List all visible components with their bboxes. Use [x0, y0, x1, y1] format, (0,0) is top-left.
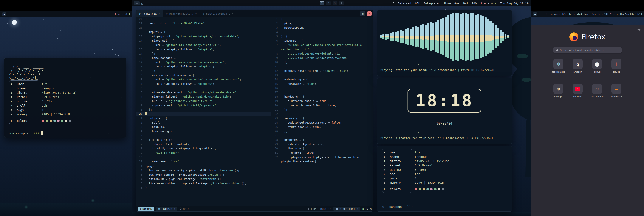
cava-window[interactable]: ======================> Playing: ffee fo… [377, 10, 512, 76]
firefox-window[interactable]: ○ New Tab + ∨ – □ × ← → ↻ [531, 12, 640, 122]
code-line: 10 }; [136, 69, 271, 73]
fetch-value: canopus [35, 87, 54, 90]
terminal-cursor [41, 131, 43, 135]
tab-close-icon[interactable]: × [195, 12, 197, 15]
fastfetch-window[interactable]: ◉usertux⌂hnamecanopus✻distroNixOS 24.11 … [377, 146, 512, 212]
star [83, 33, 83, 34]
layout-icon[interactable]: ◧ [142, 2, 143, 5]
system-tray: ♥◆≈◁▮ [115, 13, 130, 16]
code-line: 17 nixos-wsl = { [136, 39, 271, 43]
memory-icon: ▦ [9, 113, 15, 116]
editor-tab-pkgs/default...[interactable]: ✻pkgs/default...× [163, 10, 200, 17]
editor-pane-flake[interactable]: 22{21 description = "tux's NixOS Flake";… [136, 17, 271, 164]
shortcut-claude[interactable]: ✳claude [607, 59, 626, 73]
line-number: 4 [136, 95, 145, 99]
media-icon[interactable]: ◆ [484, 2, 486, 5]
media-icon[interactable]: ◆ [614, 13, 614, 15]
shell-prompt[interactable]: ⌂ → canopus ~ ))) [9, 131, 43, 135]
newtab-search-bar[interactable] [553, 47, 622, 53]
battery-module[interactable]: Bat: 100 [598, 13, 608, 15]
code-text: nixpkgs.hostPlatform = "x86_64-linux"; [281, 69, 348, 73]
terminal-window[interactable]: __ / /_ ___ ______ / __/ / / / / |/_// /… [4, 58, 126, 138]
line-number: 9 [136, 151, 145, 155]
code-line: 32 plugins = with pkgs.xfce; [thunar-arc… [272, 155, 373, 159]
shell-prompt[interactable]: ⌂ → canopus ~ ))) [382, 205, 417, 208]
volume-icon[interactable]: ◁ [491, 2, 492, 5]
gpu-module[interactable]: GPU: Integrated [415, 2, 440, 5]
editor-pane-pkgs[interactable]: 1{pkgs, ...}: {2 tux-awesome-wm-config =… [136, 164, 271, 191]
battery-icon[interactable]: ▮ [129, 13, 130, 16]
palette-dot [61, 120, 64, 122]
code-text: firefox-mod-blur = pkgs.callPackage ./fi… [145, 181, 246, 186]
star [130, 18, 131, 18]
code-line: 23 security = { [272, 116, 373, 120]
clock-module[interactable]: Thu Aug 08, 18:18 [500, 2, 529, 5]
battery-icon[interactable]: ▮ [494, 2, 496, 5]
fetch-row-uptime: ◴uptime4h 23m [9, 99, 77, 103]
power-profile-module[interactable]: P: Balanced [546, 13, 560, 15]
star [94, 53, 94, 54]
shortcut-cloudflare[interactable]: ☁cloudflare [607, 84, 626, 98]
network-icon[interactable]: ≈ [488, 2, 489, 5]
workspace-3[interactable]: 3 [332, 1, 337, 5]
fetch-row-shell: ›shellzsh [382, 172, 451, 176]
network-icon[interactable]: ≈ [122, 13, 123, 16]
buffer-pick-button[interactable]: ◧ [360, 12, 366, 16]
workspace-2[interactable]: 2 [326, 1, 331, 5]
newtab-search-input[interactable] [560, 49, 619, 52]
clock-window[interactable]: 18:18 08/08/24 ======================> P… [377, 78, 512, 144]
shortcut-search.nixos[interactable]: ✻search.nixos [549, 59, 568, 73]
heart-icon[interactable]: ♥ [610, 13, 611, 15]
workspace-1[interactable]: 1 [320, 1, 324, 5]
menu-icon[interactable]: ≡ [2, 12, 6, 16]
heart-icon[interactable]: ♥ [481, 2, 482, 5]
visualizer-bar [477, 14, 479, 60]
star [62, 55, 62, 56]
heart-icon[interactable]: ♥ [115, 13, 116, 16]
shortcut-chatgpt[interactable]: ⊛chatgpt [549, 84, 568, 98]
workspace-4[interactable]: 4 [339, 1, 344, 5]
visualizer-bar [460, 14, 462, 59]
claude-icon: ✳ [612, 59, 622, 69]
code-line: 13 [272, 73, 373, 77]
monitor-right: ≡ P: Balanced GPU: Integrated Home: 6ms … [531, 12, 644, 216]
line-number: 11 [272, 65, 281, 69]
power-profile-module[interactable]: P: Balanced [392, 2, 411, 5]
close-buffer-button[interactable]: × [367, 12, 372, 16]
editor-tab-flake.nix[interactable]: ✻flake.nix× [136, 10, 163, 17]
editor-pane-iso[interactable]: 1{2 pkgs,3 modulesPath,4 ...5}: {6 impor… [272, 17, 373, 164]
code-text: }: { [281, 34, 288, 39]
battery-module[interactable]: Bat: 100 [463, 2, 477, 5]
menu-icon[interactable]: ≡ [533, 12, 537, 16]
fetch-label: colors [15, 119, 35, 122]
editor-tab-hosts/isoImag..[interactable]: ✻hosts/isoImag..× [200, 10, 236, 17]
media-icon[interactable]: ◆ [118, 13, 120, 16]
menu-icon[interactable]: ≡ [134, 1, 140, 6]
code-line: 1 outputs = { [136, 116, 271, 120]
gpu-module[interactable]: GPU: Integrated [562, 13, 582, 15]
clock-module[interactable]: Thu Aug 08, 18:18 [620, 13, 642, 15]
star [59, 46, 59, 46]
code-line: 11 inputs.nixpkgs.follows = "nixpkgs"; [136, 65, 271, 69]
fetch-value: 2185 | 15394 MiB [35, 113, 70, 116]
tab-close-icon[interactable]: × [232, 12, 234, 15]
shortcut-amazon[interactable]: a◡amazon [568, 59, 587, 73]
shortcut-chat.openai[interactable]: ⊛chat.openai [588, 84, 606, 98]
battery-icon[interactable]: ▮ [616, 13, 618, 15]
code-text: nix-vscode-extensions = { [145, 73, 194, 77]
code-text: ]; [281, 60, 288, 65]
tab-close-icon[interactable]: × [158, 12, 160, 15]
volume-icon[interactable]: ◁ [125, 13, 127, 16]
network-latency-module[interactable]: Home: 6ms [584, 13, 596, 15]
personalize-gear-icon[interactable] [637, 28, 640, 32]
firefox-wordmark: Firefox [581, 33, 606, 41]
line-number [272, 159, 281, 164]
neovim-window[interactable]: ✻flake.nix×✻pkgs/default...×✻hosts/isoIm… [136, 10, 374, 212]
network-latency-module[interactable]: Home: 8ms [444, 2, 459, 5]
uptime-icon: ◴ [9, 100, 15, 103]
visualizer-bar [474, 15, 477, 59]
shortcut-youtube[interactable]: ▶youtube [568, 84, 587, 98]
shortcut-github[interactable]: ●github [588, 59, 606, 73]
code-line: 6 } @ inputs: let [136, 138, 271, 142]
line-number: 25 [272, 125, 281, 129]
